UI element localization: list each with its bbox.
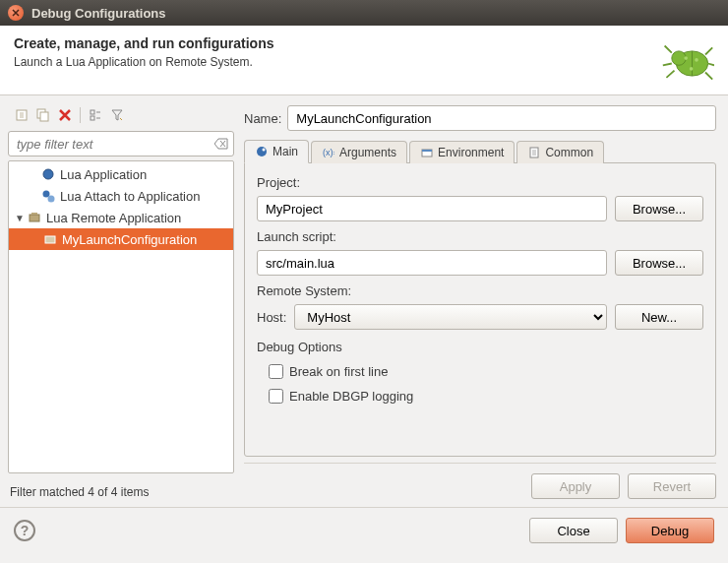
project-browse-button[interactable]: Browse... bbox=[615, 196, 703, 221]
revert-button: Revert bbox=[628, 473, 716, 499]
header-subtitle: Launch a Lua Application on Remote Syste… bbox=[14, 55, 274, 69]
header: Create, manage, and run configurations L… bbox=[0, 26, 728, 95]
script-label: Launch script: bbox=[257, 229, 703, 244]
apply-revert-bar: Apply Revert bbox=[244, 463, 716, 499]
tree-item-lua-application[interactable]: Lua Application bbox=[9, 163, 233, 185]
apply-button: Apply bbox=[531, 473, 620, 499]
svg-rect-17 bbox=[45, 236, 55, 243]
svg-rect-16 bbox=[31, 213, 37, 215]
svg-point-5 bbox=[695, 58, 698, 62]
remote-system-label: Remote System: bbox=[257, 283, 703, 298]
dbgp-logging-label[interactable]: Enable DBGP logging bbox=[289, 389, 413, 404]
svg-rect-10 bbox=[91, 110, 94, 114]
close-button[interactable]: Close bbox=[529, 518, 618, 543]
name-label: Name: bbox=[244, 111, 281, 126]
toolbar-separator bbox=[80, 107, 81, 123]
script-browse-button[interactable]: Browse... bbox=[615, 250, 703, 276]
filter-status: Filter matched 4 of 4 items bbox=[8, 473, 234, 499]
lua-app-icon bbox=[40, 166, 56, 182]
main-tab-pane: Project: Browse... Launch script: Browse… bbox=[244, 162, 716, 457]
break-first-line-checkbox[interactable] bbox=[269, 364, 283, 379]
svg-rect-22 bbox=[422, 150, 432, 152]
left-toolbar bbox=[8, 103, 234, 131]
tab-environment[interactable]: Environment bbox=[409, 141, 515, 163]
launch-config-icon bbox=[42, 231, 58, 247]
window-title: Debug Configurations bbox=[31, 6, 166, 21]
svg-text:(x)=: (x)= bbox=[323, 148, 334, 157]
debug-bug-icon bbox=[661, 35, 714, 83]
tab-main[interactable]: Main bbox=[244, 140, 309, 163]
svg-point-13 bbox=[43, 191, 50, 198]
svg-point-4 bbox=[684, 56, 688, 60]
debug-button[interactable]: Debug bbox=[626, 518, 714, 543]
left-panel: Lua Application Lua Attach to Applicatio… bbox=[8, 103, 234, 499]
duplicate-config-button[interactable] bbox=[33, 105, 53, 125]
header-title: Create, manage, and run configurations bbox=[14, 35, 274, 51]
project-input[interactable] bbox=[257, 196, 607, 221]
common-tab-icon bbox=[527, 146, 541, 159]
project-label: Project: bbox=[257, 175, 703, 190]
collapse-all-button[interactable] bbox=[86, 105, 105, 125]
lua-attach-icon bbox=[40, 188, 56, 204]
dbgp-logging-checkbox[interactable] bbox=[269, 389, 283, 404]
help-button[interactable]: ? bbox=[14, 520, 35, 541]
svg-point-14 bbox=[48, 196, 55, 203]
name-input[interactable] bbox=[287, 105, 716, 131]
config-tree[interactable]: Lua Application Lua Attach to Applicatio… bbox=[8, 160, 234, 473]
new-config-button[interactable] bbox=[12, 105, 31, 125]
tree-item-mylaunchconfiguration[interactable]: MyLaunchConfiguration bbox=[9, 228, 233, 250]
tab-bar: Main (x)= Arguments Environment Common bbox=[240, 139, 720, 162]
script-input[interactable] bbox=[257, 250, 607, 276]
window-close-button[interactable] bbox=[8, 5, 24, 21]
filter-input[interactable] bbox=[8, 131, 234, 156]
host-new-button[interactable]: New... bbox=[615, 304, 703, 330]
debug-options-label: Debug Options bbox=[257, 340, 703, 354]
filter-menu-button[interactable] bbox=[107, 105, 127, 125]
filter-clear-icon[interactable] bbox=[213, 136, 229, 152]
environment-tab-icon bbox=[420, 146, 434, 159]
svg-rect-15 bbox=[30, 215, 39, 221]
svg-point-12 bbox=[43, 169, 53, 179]
svg-rect-9 bbox=[40, 112, 48, 121]
main-tab-icon bbox=[255, 145, 269, 158]
titlebar: Debug Configurations bbox=[0, 0, 728, 26]
break-first-line-label[interactable]: Break on first line bbox=[289, 364, 388, 379]
svg-rect-11 bbox=[91, 116, 94, 120]
svg-point-2 bbox=[672, 51, 686, 65]
footer: ? Close Debug bbox=[0, 507, 728, 555]
tree-item-lua-attach[interactable]: Lua Attach to Application bbox=[9, 185, 233, 207]
host-label: Host: bbox=[257, 310, 286, 325]
svg-point-6 bbox=[690, 67, 694, 71]
tree-item-lua-remote[interactable]: ▼ Lua Remote Application bbox=[9, 207, 233, 228]
svg-point-19 bbox=[263, 149, 266, 152]
tab-common[interactable]: Common bbox=[516, 141, 604, 163]
arguments-tab-icon: (x)= bbox=[322, 146, 335, 159]
lua-remote-icon bbox=[27, 210, 42, 225]
delete-config-button[interactable] bbox=[55, 105, 75, 125]
right-panel: Name: Main (x)= Arguments Environment Co… bbox=[240, 103, 720, 499]
host-select[interactable]: MyHost bbox=[294, 304, 607, 330]
svg-point-18 bbox=[257, 147, 267, 156]
tab-arguments[interactable]: (x)= Arguments bbox=[311, 141, 407, 163]
expander-icon[interactable]: ▼ bbox=[13, 213, 27, 223]
